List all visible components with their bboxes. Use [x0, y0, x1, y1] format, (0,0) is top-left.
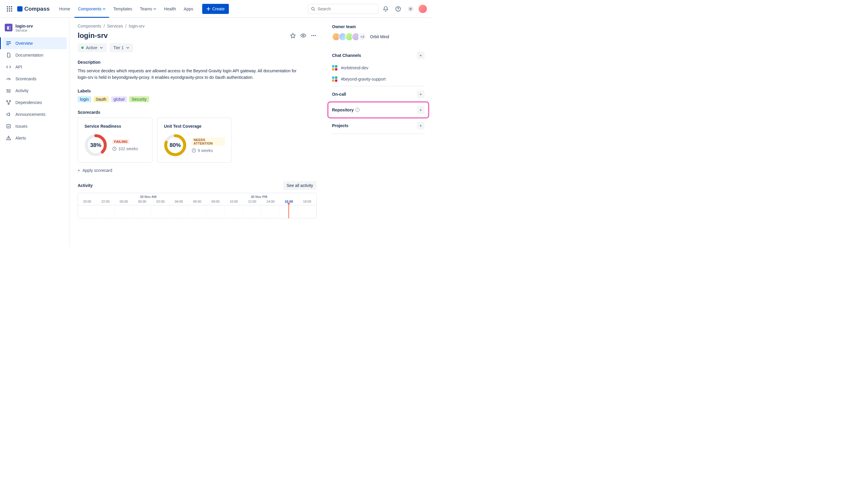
- timeline-current-marker: [288, 203, 289, 218]
- label-oauth[interactable]: 0auth: [94, 96, 109, 102]
- slack-icon: [332, 65, 337, 70]
- scorecard-age: 9 weeks: [198, 148, 213, 153]
- document-icon: [6, 52, 11, 58]
- nav-teams[interactable]: Teams: [136, 0, 160, 18]
- overview-icon: [6, 41, 11, 46]
- label-security[interactable]: Security: [129, 96, 149, 102]
- search-icon: [311, 6, 315, 11]
- apply-scorecard-button[interactable]: +Apply scorecard: [78, 168, 316, 173]
- description-heading: Description: [78, 60, 316, 65]
- sidebar-item-scorecards[interactable]: Scorecards: [2, 73, 67, 85]
- chat-channel-item[interactable]: #orbitmind-dev: [332, 63, 425, 74]
- svg-point-10: [313, 35, 314, 36]
- product-name: Compass: [24, 6, 50, 12]
- right-panel: Owner team +3 Orbit Mind Chat Channels +…: [325, 18, 432, 246]
- description-text: This service decides which requests are …: [78, 68, 306, 81]
- info-icon[interactable]: i: [355, 108, 359, 112]
- scorecard-donut: 38%: [84, 134, 107, 156]
- top-nav: Compass Home Components Templates Teams …: [0, 0, 432, 18]
- code-icon: [6, 64, 11, 70]
- sidebar-header: ◧ login-srv Service: [2, 22, 67, 37]
- chat-channels-heading: Chat Channels: [332, 53, 361, 58]
- add-oncall-button[interactable]: +: [417, 90, 425, 98]
- breadcrumb-services[interactable]: Services: [107, 24, 123, 28]
- owner-team-heading: Owner team: [332, 24, 425, 29]
- svg-point-2: [410, 8, 411, 9]
- scorecard-unit-test-coverage[interactable]: Unit Test Coverage 80% NEEDS ATTENTION 9…: [157, 117, 232, 163]
- settings-icon[interactable]: [406, 4, 416, 14]
- timeline-label-pm: 30 Nov PM: [251, 195, 267, 198]
- nav-templates[interactable]: Templates: [110, 0, 136, 18]
- timeline-tick: 16:00: [280, 196, 298, 203]
- help-icon[interactable]: [393, 4, 403, 14]
- alert-icon: [6, 135, 11, 141]
- timeline-tick: 20:00: [78, 196, 96, 203]
- search-input[interactable]: [308, 4, 378, 14]
- issues-icon: [6, 124, 11, 129]
- nav-components[interactable]: Components: [75, 0, 109, 18]
- sidebar-item-documentation[interactable]: Documentation: [2, 49, 67, 61]
- main-content: Components/ Services/ login-srv login-sr…: [69, 18, 325, 246]
- breadcrumb: Components/ Services/ login-srv: [78, 24, 316, 28]
- star-icon[interactable]: [290, 33, 296, 39]
- sidebar-item-api[interactable]: API: [2, 61, 67, 73]
- labels-heading: Labels: [78, 89, 316, 93]
- create-button[interactable]: Create: [202, 4, 229, 14]
- sidebar-item-issues[interactable]: Issues: [2, 120, 67, 132]
- plus-icon: [206, 7, 210, 11]
- svg-point-4: [6, 101, 8, 102]
- see-all-activity-button[interactable]: See all activity: [283, 181, 316, 190]
- chevron-down-icon: [103, 7, 106, 10]
- sidebar-item-overview[interactable]: Overview: [2, 37, 67, 49]
- add-project-button[interactable]: +: [417, 122, 425, 129]
- sidebar-title: login-srv: [16, 24, 33, 28]
- scorecard-value: 38%: [84, 134, 107, 156]
- dependencies-icon: [6, 100, 11, 105]
- more-icon[interactable]: [311, 33, 316, 39]
- timeline-label-am: 30 Nov AM: [140, 195, 157, 198]
- scorecard-status-badge: NEEDS ATTENTION: [192, 137, 225, 146]
- label-global[interactable]: global: [111, 96, 127, 102]
- add-repository-button[interactable]: +: [417, 106, 425, 114]
- user-avatar[interactable]: [419, 5, 427, 13]
- team-name[interactable]: Orbit Mind: [370, 35, 389, 39]
- scorecard-donut: 80%: [164, 134, 186, 156]
- projects-heading: Projects: [332, 123, 348, 128]
- svg-point-11: [315, 35, 316, 36]
- chat-channel-item[interactable]: #beyond-gravity-support: [332, 74, 425, 86]
- nav-home[interactable]: Home: [56, 0, 74, 18]
- app-switcher-icon[interactable]: [5, 4, 14, 14]
- label-login[interactable]: login: [78, 96, 91, 102]
- status-dropdown[interactable]: Active: [78, 43, 107, 52]
- nav-health[interactable]: Health: [160, 0, 179, 18]
- scorecard-title: Unit Test Coverage: [164, 124, 225, 129]
- notifications-icon[interactable]: [381, 4, 391, 14]
- scorecard-service-readiness[interactable]: Service Readiness 38% FAILING 102 weeks: [78, 117, 152, 163]
- labels-row: login 0auth global Security: [78, 96, 316, 102]
- sidebar-item-announcements[interactable]: Announcements: [2, 108, 67, 120]
- sidebar-item-alerts[interactable]: Alerts: [2, 132, 67, 144]
- svg-point-8: [303, 35, 304, 37]
- plus-icon: +: [78, 168, 80, 173]
- breadcrumb-current: login-srv: [129, 24, 145, 28]
- tier-dropdown[interactable]: Tier 1: [110, 43, 133, 52]
- status-active-dot: [81, 46, 84, 49]
- svg-point-3: [7, 89, 8, 90]
- nav-apps[interactable]: Apps: [180, 0, 197, 18]
- sidebar-subtitle: Service: [16, 28, 33, 33]
- team-avatars[interactable]: +3: [332, 33, 367, 41]
- activity-timeline[interactable]: 30 Nov AM 30 Nov PM 20:0022:0000:0000:00…: [78, 193, 316, 218]
- sidebar-item-activity[interactable]: Activity: [2, 85, 67, 97]
- add-chat-channel-button[interactable]: +: [417, 51, 425, 59]
- sidebar-item-dependencies[interactable]: Dependencies: [2, 97, 67, 108]
- timeline-tick: 04:00: [169, 196, 188, 203]
- activity-icon: [6, 88, 11, 93]
- watch-icon[interactable]: [300, 33, 307, 39]
- sidebar: ◧ login-srv Service Overview Documentati…: [0, 18, 69, 246]
- breadcrumb-components[interactable]: Components: [78, 24, 101, 28]
- clock-icon: [192, 148, 196, 153]
- megaphone-icon: [6, 112, 11, 117]
- gauge-icon: [6, 76, 11, 82]
- product-logo[interactable]: Compass: [17, 6, 50, 12]
- svg-point-9: [311, 35, 312, 36]
